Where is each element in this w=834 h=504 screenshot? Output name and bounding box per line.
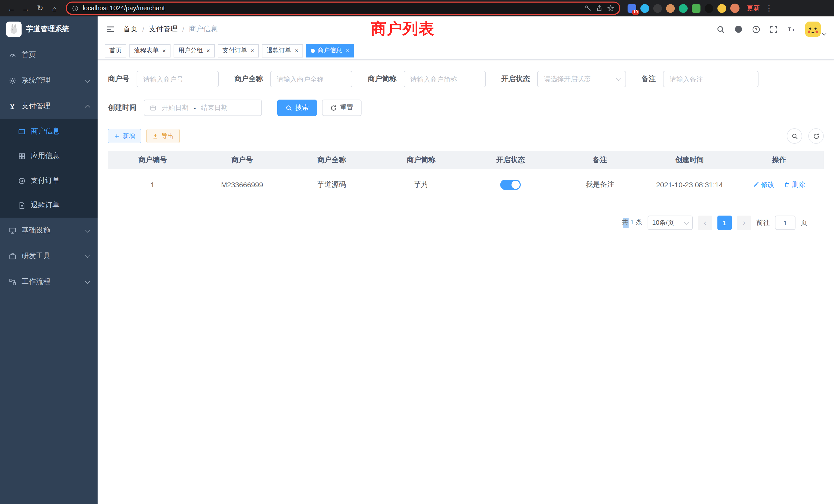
browser-reload-icon[interactable]: ↻ [34, 2, 46, 14]
col-remark: 备注 [555, 155, 645, 164]
status-toggle[interactable] [500, 179, 521, 190]
fullscreen-icon[interactable] [769, 25, 778, 33]
extension-icon-2[interactable] [640, 4, 649, 13]
cell-full-name: 芋道源码 [287, 180, 376, 189]
password-key-icon[interactable] [585, 5, 592, 12]
user-menu[interactable] [805, 22, 826, 37]
tab-merchant-info[interactable]: 商户信息 × [306, 44, 354, 57]
goto-page-input[interactable] [775, 215, 795, 230]
sidebar-item-system[interactable]: 系统管理 [0, 68, 97, 93]
extension-icon-7[interactable] [705, 4, 713, 13]
add-button[interactable]: 新增 [108, 129, 141, 143]
extension-icon-5[interactable] [679, 4, 688, 13]
short-name-input[interactable] [404, 71, 486, 87]
remark-input[interactable] [663, 71, 759, 87]
show-search-icon[interactable] [787, 128, 802, 144]
chevron-up-icon [85, 105, 90, 110]
sidebar-item-refund-orders[interactable]: 退款订单 [0, 193, 97, 217]
sidebar-item-pay-orders[interactable]: 支付订单 [0, 168, 97, 193]
browser-forward-icon[interactable]: → [20, 2, 32, 14]
breadcrumb-separator: / [182, 25, 184, 33]
breadcrumb: 首页 / 支付管理 / 商户信息 [123, 25, 218, 34]
page-unit-label: 页 [800, 218, 807, 227]
sidebar-item-payment[interactable]: ¥ 支付管理 [0, 93, 97, 119]
tabs-bar: 首页 流程表单 × 用户分组 × 支付订单 × 退款订单 × 商户信息 × [97, 42, 834, 60]
cell-create-time: 2021-10-23 08:31:14 [645, 180, 734, 189]
col-short-name: 商户简称 [376, 155, 466, 164]
chevron-down-icon [85, 227, 90, 232]
page-number-button[interactable]: 1 [718, 215, 732, 230]
tab-pay-orders[interactable]: 支付订单 × [218, 44, 259, 57]
browser-profile-avatar[interactable] [730, 4, 740, 13]
extension-icon-8[interactable] [718, 4, 726, 13]
merchant-no-input[interactable] [137, 71, 219, 87]
status-select[interactable]: 请选择开启状态 [537, 71, 626, 87]
app-logo-row[interactable]: 芋道管理系统 [0, 17, 97, 42]
sidebar: 芋道管理系统 首页 系统管理 ¥ 支付管理 商户信息 [0, 17, 97, 504]
sidebar-item-home[interactable]: 首页 [0, 42, 97, 68]
filter-row-1: 商户号 商户全称 商户简称 开启状态 请选择开启状态 [108, 71, 824, 87]
tab-refund-orders[interactable]: 退款订单 × [262, 44, 303, 57]
export-button[interactable]: 导出 [146, 129, 180, 143]
breadcrumb-home[interactable]: 首页 [123, 25, 138, 34]
tab-user-group[interactable]: 用户分组 × [174, 44, 215, 57]
refresh-icon[interactable] [808, 128, 824, 144]
edit-link[interactable]: 修改 [753, 180, 774, 189]
sidebar-item-app-info[interactable]: 应用信息 [0, 144, 97, 168]
col-merchant-id: 商户编号 [108, 155, 197, 164]
date-range-picker[interactable]: 开始日期 - 结束日期 [144, 99, 262, 116]
extension-icon-1[interactable]: 10 [628, 4, 636, 13]
card-icon [18, 127, 26, 136]
browser-menu-icon[interactable]: ⋮ [765, 4, 773, 13]
browser-update-button[interactable]: 更新 [747, 4, 760, 13]
close-icon[interactable]: × [250, 47, 254, 54]
cell-short-name: 芋艿 [376, 180, 466, 189]
app-logo [6, 22, 22, 37]
extension-icon-3[interactable] [653, 4, 662, 13]
prev-page-button[interactable]: ‹ [698, 215, 712, 230]
tab-home[interactable]: 首页 [105, 44, 126, 57]
hamburger-icon[interactable] [106, 25, 115, 34]
browser-chrome: ← → ↻ ⌂ localhost:1024/pay/merchant 10 [0, 0, 834, 17]
address-bar[interactable]: localhost:1024/pay/merchant [66, 2, 620, 15]
sidebar-item-infrastructure[interactable]: 基础设施 [0, 217, 97, 243]
github-icon[interactable] [734, 25, 743, 34]
search-button[interactable]: 搜索 [277, 99, 317, 116]
browser-back-icon[interactable]: ← [5, 2, 18, 14]
font-size-icon[interactable]: TT [787, 25, 796, 33]
full-name-input[interactable] [270, 71, 352, 87]
close-icon[interactable]: × [346, 47, 349, 54]
chevron-down-icon [616, 76, 621, 81]
tab-process-form[interactable]: 流程表单 × [129, 44, 171, 57]
search-icon[interactable] [717, 25, 725, 33]
grid-icon [18, 152, 26, 160]
extension-icon-4[interactable] [666, 4, 675, 13]
extension-icon-6[interactable] [692, 4, 701, 13]
goto-label: 前往 [756, 218, 770, 227]
sidebar-item-dev-tools[interactable]: 研发工具 [0, 243, 97, 269]
breadcrumb-payment[interactable]: 支付管理 [149, 25, 178, 34]
delete-link[interactable]: 删除 [784, 180, 805, 189]
yen-icon: ¥ [8, 102, 17, 110]
table-toolbar: 新增 导出 [108, 128, 824, 144]
reset-button[interactable]: 重置 [322, 99, 361, 116]
merchant-table: 商户编号 商户号 商户全称 商户简称 开启状态 备注 创建时间 操作 1 M23… [108, 151, 824, 200]
gear-icon [8, 76, 17, 85]
page-size-select[interactable]: 10条/页 [648, 215, 693, 230]
share-icon[interactable] [596, 5, 603, 12]
table-row: 1 M233666999 芋道源码 芋艿 我是备注 2021-10-23 08:… [108, 169, 824, 200]
end-date-placeholder: 结束日期 [201, 103, 228, 112]
help-icon[interactable]: ? [752, 25, 761, 33]
next-page-button[interactable]: › [737, 215, 751, 230]
site-info-icon[interactable] [72, 5, 79, 12]
close-icon[interactable]: × [295, 47, 299, 54]
close-icon[interactable]: × [206, 47, 210, 54]
filter-row-2: 创建时间 开始日期 - 结束日期 搜索 重置 [108, 99, 824, 116]
sidebar-item-workflow[interactable]: 工作流程 [0, 269, 97, 295]
sidebar-item-merchant-info[interactable]: 商户信息 [0, 119, 97, 144]
breadcrumb-current: 商户信息 [189, 25, 218, 34]
close-icon[interactable]: × [162, 47, 166, 54]
bookmark-star-icon[interactable] [607, 5, 614, 12]
browser-home-icon[interactable]: ⌂ [48, 2, 61, 14]
workflow-icon [8, 278, 17, 286]
